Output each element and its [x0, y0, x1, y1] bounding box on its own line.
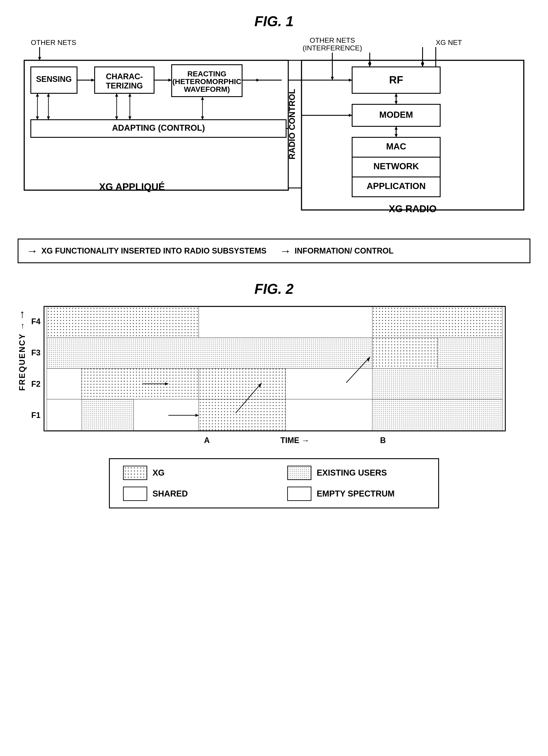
y-axis-text: FREQUENCY →: [18, 321, 27, 391]
f3-label: F3: [31, 348, 40, 357]
svg-marker-26: [115, 116, 118, 120]
freq-labels: F4 F3 F2 F1: [31, 306, 40, 431]
fig2-chart-svg: [44, 306, 506, 431]
fig2-chart-wrapper: ↑ FREQUENCY → F4 F3 F2 F1: [18, 306, 530, 431]
reacting-label1: REACTING: [187, 70, 226, 78]
svg-rect-102: [288, 487, 311, 501]
fig2-section: FIG. 2 ↑ FREQUENCY → F4 F3 F2 F1: [18, 281, 530, 508]
svg-rect-97: [124, 466, 147, 480]
svg-marker-43: [395, 101, 398, 104]
characterizing-label2: TERIZING: [106, 81, 143, 90]
svg-marker-9: [91, 79, 95, 82]
svg-marker-31: [201, 97, 204, 100]
svg-marker-32: [201, 116, 204, 120]
legend-empty-label: EMPTY SPECTRUM: [317, 489, 395, 498]
chart-with-labels: F4 F3 F2 F1: [31, 306, 530, 431]
svg-marker-19: [36, 93, 39, 97]
adapting-label: ADAPTING (CONTROL): [112, 123, 205, 132]
svg-rect-86: [372, 399, 503, 430]
fig1-diagram: OTHER NETS OTHER NETS (INTERFERENCE) XG …: [18, 36, 530, 234]
legend-arrow2-icon: →: [280, 244, 291, 258]
fig1-title: FIG. 1: [18, 13, 530, 29]
xg-net-label: XG NET: [436, 39, 462, 46]
svg-marker-28: [128, 93, 131, 97]
svg-rect-82: [82, 399, 134, 430]
network-label: NETWORK: [373, 161, 419, 171]
y-axis: ↑ FREQUENCY →: [18, 306, 27, 431]
modem-label: MODEM: [379, 110, 413, 120]
svg-rect-79: [285, 368, 372, 399]
f4-label: F4: [31, 317, 40, 326]
svg-rect-81: [47, 399, 82, 430]
svg-rect-83: [134, 399, 199, 430]
svg-marker-12: [168, 79, 172, 82]
svg-rect-84: [199, 399, 285, 430]
characterizing-label: CHARAC-: [106, 72, 143, 81]
fig2-title: FIG. 2: [18, 281, 530, 297]
svg-marker-23: [47, 116, 50, 120]
svg-rect-76: [47, 368, 82, 399]
svg-marker-50: [349, 79, 352, 82]
svg-marker-29: [128, 116, 131, 120]
svg-marker-22: [47, 93, 50, 97]
legend-empty-item: EMPTY SPECTRUM: [287, 487, 425, 501]
svg-marker-44: [395, 93, 398, 97]
y-axis-arrow: ↑: [19, 308, 25, 320]
svg-rect-77: [82, 368, 199, 399]
other-nets-interference-label2: (INTERFERENCE): [303, 44, 362, 52]
svg-marker-25: [115, 93, 118, 97]
svg-rect-75: [437, 338, 502, 368]
time-axis-row: A TIME → B placeholder: [53, 436, 530, 445]
svg-rect-101: [124, 487, 147, 501]
mac-label: MAC: [386, 142, 406, 151]
svg-rect-71: [199, 307, 372, 338]
legend-xg-item: XG: [123, 466, 261, 480]
sensing-label: SENSING: [36, 75, 72, 84]
legend-information-control-text: INFORMATION/ CONTROL: [295, 246, 394, 256]
legend-arrow-icon: →: [26, 244, 38, 258]
fig2-legend-box: XG EXISTING USERS SHARED: [109, 458, 439, 508]
svg-rect-85: [285, 399, 372, 430]
legend-existing-item: EXISTING USERS: [287, 466, 425, 480]
svg-marker-52: [349, 114, 352, 117]
radio-control-label: RADIO CONTROL: [287, 89, 297, 160]
svg-rect-70: [47, 307, 199, 338]
svg-marker-46: [395, 134, 398, 137]
time-a-label: A: [204, 436, 210, 445]
svg-marker-47: [395, 126, 398, 130]
svg-rect-73: [47, 338, 372, 368]
other-nets-top-label: OTHER NETS: [31, 39, 76, 46]
legend-xg-label: XG: [153, 468, 165, 478]
application-label: APPLICATION: [367, 181, 426, 191]
svg-rect-78: [199, 368, 285, 399]
reacting-label2: (HETEROMORPHIC: [172, 77, 241, 86]
time-b-label: B: [380, 436, 386, 445]
svg-rect-100: [288, 466, 311, 480]
fig1-section: FIG. 1 OTHER NETS OTHER NETS (INTERFEREN…: [18, 13, 530, 263]
legend-existing-label: EXISTING USERS: [317, 468, 387, 478]
other-nets-interference-label: OTHER NETS: [310, 36, 355, 44]
xg-radio-label: XG RADIO: [389, 203, 437, 214]
svg-rect-72: [372, 307, 503, 338]
legend-shared-label: SHARED: [153, 489, 188, 498]
svg-rect-80: [372, 368, 503, 399]
svg-marker-20: [36, 116, 39, 120]
applique-label: XG APPLIQUÉ: [99, 181, 165, 192]
reacting-label3: WAVEFORM): [184, 85, 230, 93]
legend-shared-item: SHARED: [123, 487, 261, 501]
f2-label: F2: [31, 379, 40, 389]
time-center-label: TIME →: [280, 436, 309, 445]
svg-rect-74: [372, 338, 438, 368]
svg-marker-15: [256, 79, 260, 82]
legend-xg-functionality-text: XG FUNCTIONALITY INSERTED INTO RADIO SUB…: [41, 246, 267, 256]
fig1-legend-row: → XG FUNCTIONALITY INSERTED INTO RADIO S…: [18, 239, 530, 263]
svg-marker-3: [331, 77, 334, 80]
rf-label: RF: [389, 74, 403, 86]
f1-label: F1: [31, 411, 40, 420]
